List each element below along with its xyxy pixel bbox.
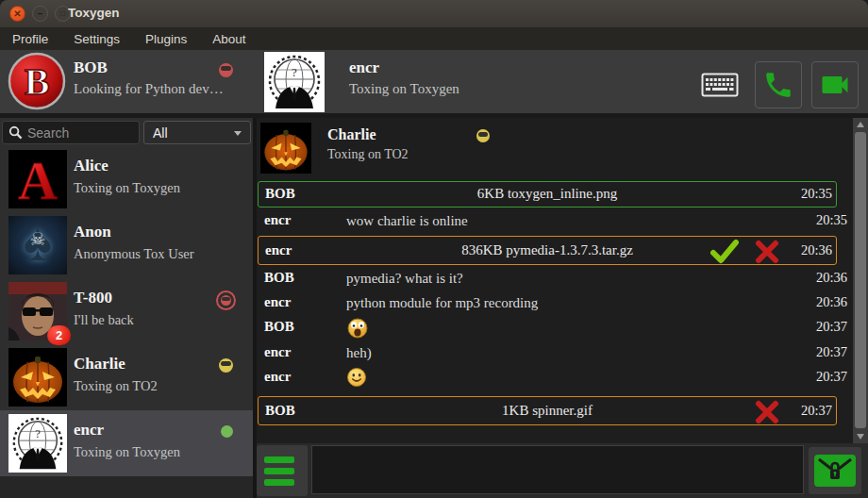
attachments-menu-button[interactable]	[257, 445, 308, 496]
search-row: All	[0, 118, 253, 146]
message-row-smiley: BOB 20:37	[257, 316, 853, 341]
header: B BOB Looking for Python dev… ? encr To	[0, 50, 868, 118]
file-transfer-row: BOB 6KB toxygen_inline.png 20:35	[258, 181, 837, 208]
phone-icon	[762, 69, 794, 101]
filter-value: All	[153, 125, 168, 141]
self-profile[interactable]: B BOB Looking for Python dev…	[0, 50, 255, 113]
contact-status-message: Toxing on Toxygen	[74, 180, 180, 196]
message-sender: encr	[264, 369, 291, 385]
message-time: 20:35	[801, 186, 832, 202]
scroll-up-icon[interactable]	[853, 118, 868, 131]
window-title: Toxygen	[68, 6, 120, 20]
accept-file-icon[interactable]	[710, 240, 739, 264]
minimize-icon[interactable]: –	[32, 6, 48, 22]
send-message-button[interactable]	[809, 447, 861, 494]
contact-row-charlie[interactable]: Charlie Toxing on TO2	[0, 344, 253, 410]
svg-text:A: A	[18, 150, 58, 208]
peer-name: encr	[349, 58, 379, 77]
self-avatar: B	[8, 52, 66, 110]
decline-file-icon[interactable]	[755, 240, 779, 264]
message-sender: encr	[264, 294, 291, 310]
message-row: BOB pymedia? what is it? 20:36	[257, 267, 853, 291]
unread-count-badge: 2	[47, 325, 71, 345]
close-icon[interactable]: ✕	[9, 6, 25, 22]
message-text: heh)	[346, 345, 372, 361]
contact-filter-dropdown[interactable]: All	[143, 121, 251, 144]
cancel-file-icon[interactable]	[755, 400, 779, 424]
contact-name: Anon	[74, 223, 111, 241]
menu-settings[interactable]: Settings	[74, 32, 120, 46]
contact-row-encr[interactable]: ? encr Toxing on Toxygen	[0, 410, 253, 476]
message-sender: BOB	[264, 319, 294, 335]
message-sender: encr	[264, 212, 291, 228]
message-row: encr heh) 20:37	[257, 341, 853, 366]
contact-status-message: Toxing on TO2	[74, 378, 158, 394]
menu-profile[interactable]: Profile	[12, 32, 48, 46]
contact-name: T-800	[74, 289, 112, 307]
video-camera-icon	[818, 68, 852, 102]
message-row-smiley: encr 20:37	[257, 366, 853, 391]
file-transfer-label: 1KB spinner.gif	[259, 403, 836, 419]
message-time: 20:35	[816, 212, 847, 228]
chat-peer-panel: Charlie Toxing on TO2	[257, 121, 868, 179]
file-transfer-row: BOB 1KB spinner.gif 20:37	[258, 396, 837, 425]
chat-area: Charlie Toxing on TO2 BOB 6KB toxygen_in…	[257, 118, 868, 443]
menu-bar: Profile Settings Plugins About	[0, 28, 868, 50]
compose-bar	[257, 443, 868, 498]
smile-smiley-icon	[346, 367, 367, 388]
contact-name: Charlie	[74, 355, 125, 374]
menu-plugins[interactable]: Plugins	[145, 32, 187, 46]
message-list: BOB 6KB toxygen_inline.png 20:35 encr wo…	[257, 181, 853, 425]
skull-icon: ☠	[8, 228, 67, 250]
anon-avatar: ♠ ☠	[8, 216, 67, 274]
scroll-down-icon[interactable]	[853, 430, 868, 443]
contact-row-alice[interactable]: A Alice Toxing on Toxygen	[0, 146, 253, 212]
message-text: pymedia? what is it?	[346, 271, 463, 287]
message-time: 20:37	[816, 344, 847, 360]
video-call-button[interactable]	[811, 61, 859, 108]
contact-name: Alice	[74, 157, 108, 175]
busy-unread-status-icon	[216, 290, 236, 310]
chat-scrollbar[interactable]	[853, 118, 868, 443]
contact-status-message: Toxing on Toxygen	[74, 444, 180, 460]
encrypted-send-icon	[813, 453, 857, 489]
online-status-icon	[221, 425, 233, 438]
title-bar: ✕ – □ Toxygen	[0, 0, 868, 28]
svg-text:B: B	[25, 60, 50, 103]
typing-keyboard-icon[interactable]	[701, 73, 739, 97]
message-input[interactable]	[311, 445, 804, 494]
busy-status-icon[interactable]	[219, 63, 233, 77]
search-input[interactable]	[27, 125, 122, 141]
alice-avatar: A	[8, 150, 67, 208]
message-row: encr wow charlie is online 20:35	[257, 209, 853, 234]
charlie-pumpkin-avatar	[260, 123, 311, 174]
contact-list: A Alice Toxing on Toxygen ♠ ☠ Anon Anony…	[0, 146, 253, 476]
sidebar-bottom-strip	[0, 476, 253, 498]
menu-about[interactable]: About	[212, 32, 245, 46]
search-icon	[8, 125, 23, 140]
file-transfer-label: 6KB toxygen_inline.png	[259, 186, 836, 202]
file-transfer-row: encr 836KB pymedia-1.3.7.3.tar.gz 20:36	[258, 236, 837, 265]
self-status-message: Looking for Python dev…	[74, 81, 224, 97]
peer-avatar-anonymous: ?	[264, 52, 325, 112]
file-transfer-label: 836KB pymedia-1.3.7.3.tar.gz	[259, 242, 836, 258]
message-time: 20:36	[801, 242, 832, 258]
shocked-smiley-icon	[346, 317, 369, 340]
contact-row-anon[interactable]: ♠ ☠ Anon Anonymous Tox User	[0, 212, 253, 278]
svg-text:?: ?	[292, 65, 297, 79]
message-time: 20:37	[816, 369, 847, 385]
away-status-icon	[476, 129, 490, 146]
message-text: python module for mp3 recording	[346, 295, 538, 311]
chat-peer-status-message: Toxing on TO2	[327, 147, 409, 162]
contact-row-t800[interactable]: T-800 I'll be back 2	[0, 278, 253, 344]
message-time: 20:37	[801, 403, 832, 419]
message-text: wow charlie is online	[346, 213, 468, 229]
audio-call-button[interactable]	[755, 61, 802, 108]
conversation-peer-header: ? encr Toxing on Toxygen	[257, 50, 868, 113]
search-box[interactable]	[2, 121, 140, 144]
message-sender: BOB	[264, 270, 294, 286]
hamburger-icon	[264, 456, 294, 463]
charlie-pumpkin-avatar	[8, 348, 67, 407]
scrollbar-thumb[interactable]	[855, 132, 866, 428]
toxygen-window: ✕ – □ Toxygen Profile Settings Plugins A…	[0, 0, 868, 498]
